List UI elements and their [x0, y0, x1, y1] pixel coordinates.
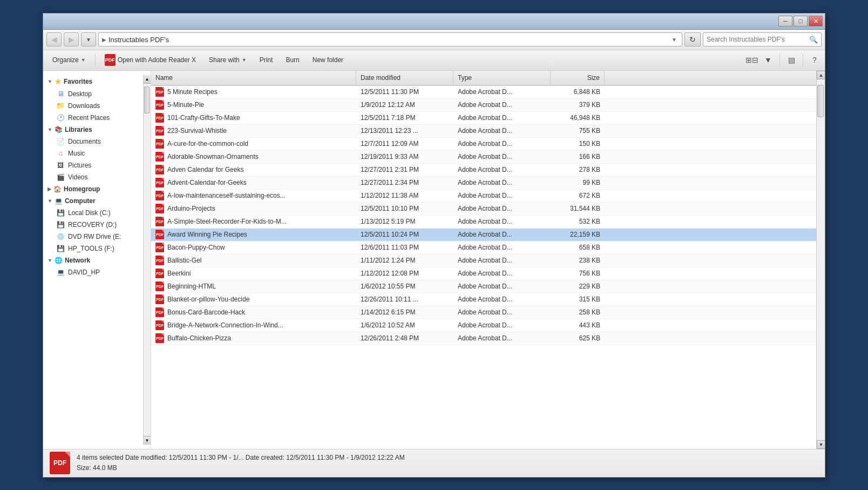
address-bar[interactable]: ▶ Instructables PDF's ▼	[98, 32, 682, 46]
documents-icon: 📄	[56, 137, 65, 146]
burn-button[interactable]: Burn	[280, 52, 305, 68]
table-row[interactable]: PDFAdven Calendar for Geeks12/27/2011 2:…	[151, 164, 816, 177]
sidebar-section-libraries[interactable]: ▼ 📚 Libraries	[43, 124, 143, 136]
file-name-cell: PDFBonus-Card-Barcode-Hack	[151, 306, 356, 319]
file-type-cell: Adobe Acrobat D...	[453, 190, 551, 202]
pdf-file-icon: PDF	[155, 178, 164, 187]
file-type-cell: Adobe Acrobat D...	[453, 254, 551, 267]
scroll-down-button[interactable]: ▼	[817, 440, 825, 449]
sidebar-scroll-down[interactable]: ▼	[144, 436, 151, 445]
file-list: Name Date modified Type Size PDF5 Minute…	[151, 71, 816, 449]
scroll-thumb[interactable]	[817, 85, 824, 117]
refresh-button[interactable]: ↻	[684, 32, 701, 46]
pdf-file-icon: PDF	[155, 333, 164, 343]
sidebar-item-recent-places[interactable]: 🕐 Recent Places	[43, 112, 143, 124]
minimize-button[interactable]: ─	[778, 16, 792, 26]
sidebar-item-local-disk[interactable]: 💾 Local Disk (C:)	[43, 207, 143, 219]
table-row[interactable]: PDFAdorable-Snowman-Ornaments12/19/2011 …	[151, 151, 816, 164]
view-options-button[interactable]: ⊞⊟	[745, 53, 759, 67]
sidebar-scroll-thumb[interactable]	[144, 86, 150, 113]
open-with-button[interactable]: PDF Open with Adobe Reader X	[99, 52, 202, 68]
sidebar-item-dvd[interactable]: 💿 DVD RW Drive (E:	[43, 231, 143, 243]
col-header-type[interactable]: Type	[453, 71, 551, 85]
help-button[interactable]: ?	[808, 53, 822, 67]
table-row[interactable]: PDFA-cure-for-the-common-cold12/7/2011 1…	[151, 138, 816, 151]
file-date-cell: 12/5/2011 7:18 PM	[356, 112, 453, 124]
toolbar-separator-2	[779, 53, 780, 66]
table-row[interactable]: PDFBeginning-HTML1/6/2012 10:55 PMAdobe …	[151, 280, 816, 293]
maximize-button[interactable]: □	[794, 16, 808, 26]
sidebar-item-videos[interactable]: 🎬 Videos	[43, 171, 143, 183]
table-row[interactable]: PDFArduino-Projects12/5/2011 10:10 PMAdo…	[151, 203, 816, 216]
sidebar-item-david[interactable]: 💻 DAVID_HP	[43, 266, 143, 278]
back-button[interactable]: ◀	[46, 32, 62, 46]
file-date-cell: 12/5/2011 10:24 PM	[356, 229, 453, 241]
table-row[interactable]: PDF5 Minute Recipes12/5/2011 11:30 PMAdo…	[151, 86, 816, 99]
file-date-cell: 12/6/2011 11:03 PM	[356, 241, 453, 254]
address-dropdown[interactable]: ▼	[670, 33, 679, 46]
col-header-size[interactable]: Size	[551, 71, 605, 85]
table-row[interactable]: PDFBacon-Puppy-Chow12/6/2011 11:03 PMAdo…	[151, 241, 816, 254]
view-dropdown-button[interactable]: ▼	[761, 53, 775, 67]
music-icon: ♫	[56, 149, 65, 158]
file-size-cell: 672 KB	[551, 190, 605, 202]
pdf-file-icon: PDF	[155, 100, 164, 110]
sidebar-item-music[interactable]: ♫ Music	[43, 147, 143, 159]
col-header-date[interactable]: Date modified	[356, 71, 453, 85]
network-expand-icon: ▼	[48, 258, 52, 263]
sidebar-section-computer[interactable]: ▼ 💻 Computer	[43, 195, 143, 207]
sidebar-item-hp-tools[interactable]: 💾 HP_TOOLS (F:)	[43, 243, 143, 254]
table-row[interactable]: PDFBridge-A-Network-Connection-In-Wind..…	[151, 319, 816, 332]
table-row[interactable]: PDFBonus-Card-Barcode-Hack1/14/2012 6:15…	[151, 306, 816, 319]
search-input[interactable]	[707, 36, 807, 43]
search-icon[interactable]: 🔍	[809, 36, 818, 44]
table-row[interactable]: PDFA-Simple-Steel-Recorder-For-Kids-to-M…	[151, 216, 816, 229]
right-scrollbar[interactable]: ▲ ▼	[816, 71, 825, 449]
table-row[interactable]: PDFBeerkini1/12/2012 12:08 PMAdobe Acrob…	[151, 267, 816, 280]
sidebar-item-downloads[interactable]: 📁 Downloads	[43, 100, 143, 112]
file-type-cell: Adobe Acrobat D...	[453, 280, 551, 293]
file-name-cell: PDFBuffalo-Chicken-Pizza	[151, 332, 356, 345]
table-row[interactable]: PDF5-Minute-Pie1/9/2012 12:12 AMAdobe Ac…	[151, 99, 816, 112]
path-arrow: ▶	[102, 37, 106, 43]
table-row[interactable]: PDFBallistic-Gel1/11/2012 1:24 PMAdobe A…	[151, 254, 816, 267]
forward-button[interactable]: ▶	[64, 32, 79, 46]
file-date-cell: 12/26/2011 2:48 PM	[356, 332, 453, 345]
sidebar-item-pictures[interactable]: 🖼 Pictures	[43, 159, 143, 171]
table-row[interactable]: PDF223-Survival-Whistle12/13/2011 12:23 …	[151, 125, 816, 138]
print-button[interactable]: Print	[254, 52, 279, 68]
share-with-button[interactable]: Share with ▼	[203, 52, 253, 68]
scroll-up-button[interactable]: ▲	[817, 71, 825, 79]
sidebar-item-recovery[interactable]: 💾 RECOVERY (D:)	[43, 219, 143, 231]
sidebar-scrollbar[interactable]: ▲ ▼	[143, 75, 151, 445]
sidebar-section-homegroup[interactable]: ▶ 🏠 Homegroup	[43, 183, 143, 195]
sidebar-item-documents[interactable]: 📄 Documents	[43, 136, 143, 147]
new-folder-button[interactable]: New folder	[307, 52, 349, 68]
table-row[interactable]: PDFA-low-maintenanceself-sustaining-ecos…	[151, 190, 816, 203]
file-size-cell: 258 KB	[551, 306, 605, 319]
file-date-cell: 1/13/2012 5:19 PM	[356, 216, 453, 228]
sidebar-section-favorites[interactable]: ▼ ★ Favorites	[43, 75, 143, 88]
search-box[interactable]: 🔍	[703, 32, 822, 46]
table-row[interactable]: PDFAward Winning Pie Recipes12/5/2011 10…	[151, 229, 816, 241]
file-date-cell: 1/11/2012 1:24 PM	[356, 254, 453, 267]
file-size-cell: 756 KB	[551, 267, 605, 280]
table-row[interactable]: PDFBuffalo-Chicken-Pizza12/26/2011 2:48 …	[151, 332, 816, 345]
sidebar-item-desktop[interactable]: 🖥 Desktop	[43, 88, 143, 100]
organize-button[interactable]: Organize ▼	[46, 52, 92, 68]
organize-dropdown-icon: ▼	[81, 57, 86, 63]
table-row[interactable]: PDFBlanket-or-pillow-You-decide12/26/201…	[151, 293, 816, 306]
file-size-cell: 658 KB	[551, 241, 605, 254]
file-name-cell: PDFAdven Calendar for Geeks	[151, 164, 356, 176]
col-header-name[interactable]: Name	[151, 71, 356, 85]
file-date-cell: 12/27/2011 2:31 PM	[356, 164, 453, 176]
network-icon: 🌐	[55, 257, 63, 264]
sidebar-scroll-up[interactable]: ▲	[144, 75, 151, 84]
sidebar-section-network[interactable]: ▼ 🌐 Network	[43, 254, 143, 266]
pdf-file-icon: PDF	[155, 191, 164, 200]
table-row[interactable]: PDFAdvent-Calendar-for-Geeks12/27/2011 2…	[151, 177, 816, 190]
preview-pane-button[interactable]: ▤	[784, 53, 798, 67]
recent-locations-button[interactable]: ▼	[81, 32, 96, 46]
close-button[interactable]: ✕	[809, 16, 823, 26]
table-row[interactable]: PDF101-Crafty-Gifts-To-Make12/5/2011 7:1…	[151, 112, 816, 125]
